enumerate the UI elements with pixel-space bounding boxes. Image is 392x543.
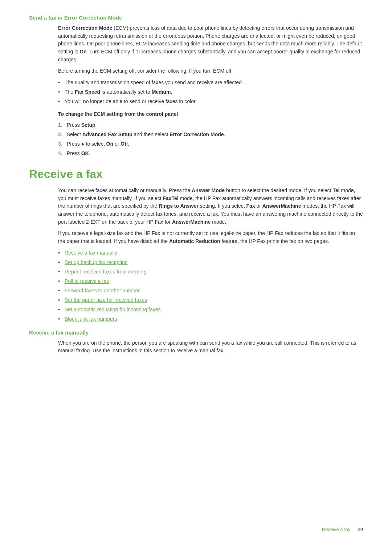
link-paper-size[interactable]: Set the paper size for received faxes [58,296,363,304]
link-backup-reception[interactable]: Set up backup fax reception [58,259,363,266]
step4-text: Press OK. [67,150,90,157]
step4-num: 4. [58,150,65,157]
step3-num: 3. [58,140,65,148]
block-junk-link[interactable]: Block junk fax numbers [65,316,117,322]
manual-section: Receive a fax manually When you are on t… [29,329,363,355]
link-forward-faxes[interactable]: Forward faxes to another number [58,287,363,295]
footer-page: 29 [358,527,363,532]
link-reprint-faxes[interactable]: Reprint received faxes from memory [58,268,363,276]
footer-bar: Receive a fax 29 [322,527,363,532]
ecm-bold-ecm: Error Correction Mode [58,25,112,31]
backup-reception-link[interactable]: Set up backup fax reception [65,259,128,265]
step2-text: Select Advanced Fax Setup and then selec… [67,131,225,138]
fax-speed-bold: Fax Speed [75,89,100,95]
receive-manually-link[interactable]: Receive a fax manually [65,250,117,256]
ecm-bullet-2: The Fax Speed is automatically set to Me… [58,88,363,96]
receive-para1-mid4: setting. If you select [199,203,246,209]
answer-mode-bold: Answer Mode [192,187,225,193]
ecm-heading: Send a fax in Error Correction Mode [29,15,363,21]
ecm-mode-bold: Error Correction Mode [170,131,224,137]
receive-para1-pre: You can receive faxes automatically or m… [58,187,192,193]
ecm-bullet-list: The quality and transmission speed of fa… [58,79,363,105]
link-receive-manually[interactable]: Receive a fax manually [58,249,363,257]
ecm-subheading: To change the ECM setting from the contr… [58,110,363,118]
link-auto-reduction[interactable]: Set automatic reduction for incoming fax… [58,306,363,313]
step2-num: 2. [58,131,65,138]
tel-bold: Tel [332,187,339,193]
ecm-para1: Error Correction Mode (ECM) prevents los… [58,24,363,64]
receive-fax-heading: Receive a fax [29,167,363,181]
receive-links-list: Receive a fax manually Set up backup fax… [58,249,363,323]
ecm-step-1: 1. Press Setup. [58,121,363,129]
off-bold: Off [121,141,128,147]
setup-bold: Setup [81,122,95,128]
poll-receive-link[interactable]: Poll to receive a fax [65,278,109,284]
fax-mode-bold: Fax [246,203,255,209]
ecm-on-bold: On [79,49,86,54]
receive-para2-end: feature, the HP Fax prints the fax on tw… [220,238,329,244]
on-bold: On [106,141,113,147]
reprint-faxes-link[interactable]: Reprint received faxes from memory [65,269,147,275]
answermachine-bold: AnswerMachine [262,203,301,209]
ecm-bullet-3-text: You will no longer be able to send or re… [65,98,197,104]
link-block-junk[interactable]: Block junk fax numbers [58,315,363,323]
receive-para2: If you receive a legal-size fax and the … [58,230,363,245]
ecm-section-heading: Send a fax in Error Correction Mode [29,15,363,21]
ecm-steps-list: 1. Press Setup. 2. Select Advanced Fax S… [58,121,363,157]
receive-para1: You can receive faxes automatically or m… [58,187,363,226]
ecm-bullet-1: The quality and transmission speed of fa… [58,79,363,86]
ecm-bullet-2-text: The Fax Speed is automatically set to Me… [65,89,172,95]
ecm-para2: Before turning the ECM setting off, cons… [58,67,363,75]
step1-text: Press Setup. [67,121,97,129]
ok-bold: OK [81,150,89,156]
auto-reduction-link[interactable]: Set automatic reduction for incoming fax… [65,307,161,312]
adv-fax-bold: Advanced Fax Setup [82,131,132,137]
manual-heading: Receive a fax manually [29,329,363,336]
ecm-step-2: 2. Select Advanced Fax Setup and then se… [58,131,363,138]
ecm-bullet-1-text: The quality and transmission speed of fa… [65,80,243,85]
link-poll-receive[interactable]: Poll to receive a fax [58,277,363,285]
auto-reduction-bold: Automatic Reduction [169,238,220,244]
receive-para1-mid: button to select the desired mode. If yo… [225,187,332,193]
ecm-step-3: 3. Press to select On or Off. [58,140,363,148]
medium-bold: Medium [152,89,171,95]
faxtel-bold: FaxTel [163,195,178,201]
answermachine-bold2: AnswerMachine [172,219,211,225]
paper-size-link[interactable]: Set the paper size for received faxes [65,297,147,303]
ecm-step-4: 4. Press OK. [58,150,363,157]
ecm-para1-end: . Turn ECM off only if it increases phon… [58,49,360,62]
manual-para: When you are on the phone, the person yo… [58,339,363,355]
receive-para1-last: mode. [211,219,226,225]
step3-text: Press to select On or Off. [67,140,129,148]
forward-faxes-link[interactable]: Forward faxes to another number [65,288,140,293]
ecm-bullet-3: You will no longer be able to send or re… [58,98,363,105]
arrow-icon [82,142,84,146]
step1-num: 1. [58,121,65,129]
rings-bold: Rings to Answer [159,203,199,209]
footer-label: Receive a fax [322,527,351,532]
receive-or: or [255,203,262,209]
